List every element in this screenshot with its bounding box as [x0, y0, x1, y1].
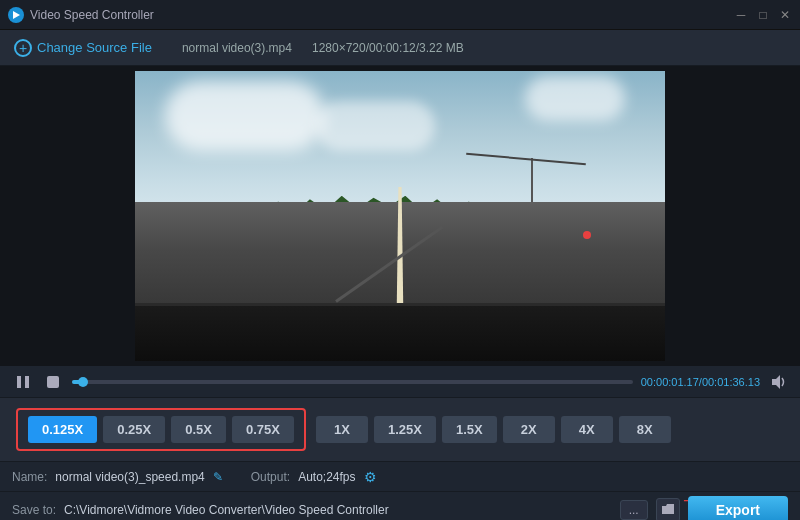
maximize-button[interactable]: □: [756, 8, 770, 22]
window-controls: ─ □ ✕: [734, 8, 792, 22]
red-dot: [583, 231, 591, 239]
output-label: Output:: [251, 470, 290, 484]
dashboard: [135, 303, 665, 361]
volume-button[interactable]: [768, 372, 788, 392]
save-bar: Save to: C:\Vidmore\Vidmore Video Conver…: [0, 492, 800, 520]
stop-button[interactable]: [42, 371, 64, 393]
file-meta: 1280×720/00:00:12/3.22 MB: [312, 41, 464, 55]
progress-thumb: [78, 377, 88, 387]
slow-speed-group: 0.125X 0.25X 0.5X 0.75X: [16, 408, 306, 451]
change-source-button[interactable]: + Change Source File: [14, 39, 152, 57]
speed-15-button[interactable]: 1.5X: [442, 416, 497, 443]
app-title: Video Speed Controller: [30, 8, 734, 22]
close-button[interactable]: ✕: [778, 8, 792, 22]
file-name: normal video(3).mp4: [182, 41, 292, 55]
save-path: C:\Vidmore\Vidmore Video Converter\Video…: [64, 503, 612, 517]
speed-025-button[interactable]: 0.25X: [103, 416, 165, 443]
cloud-1: [165, 81, 325, 151]
save-label: Save to:: [12, 503, 56, 517]
output-value: Auto;24fps: [298, 470, 355, 484]
name-value: normal video(3)_speed.mp4: [55, 470, 204, 484]
video-thumbnail[interactable]: [135, 71, 665, 361]
folder-button[interactable]: [656, 498, 680, 520]
speed-2x-button[interactable]: 2X: [503, 416, 555, 443]
edit-name-button[interactable]: ✎: [213, 470, 223, 484]
video-area: [0, 66, 800, 366]
speed-controls: 0.125X 0.25X 0.5X 0.75X 1X 1.25X 1.5X 2X…: [0, 398, 800, 462]
speed-125-button[interactable]: 1.25X: [374, 416, 436, 443]
cloud-2: [315, 101, 435, 151]
export-button[interactable]: Export: [688, 496, 788, 520]
svg-marker-0: [13, 11, 20, 19]
svg-marker-4: [772, 375, 780, 389]
svg-rect-1: [17, 376, 21, 388]
svg-rect-3: [47, 376, 59, 388]
speed-0125-button[interactable]: 0.125X: [28, 416, 97, 443]
title-bar: Video Speed Controller ─ □ ✕: [0, 0, 800, 30]
cloud-3: [525, 76, 625, 121]
progress-bar[interactable]: [72, 380, 633, 384]
play-button[interactable]: [12, 371, 34, 393]
speed-1x-button[interactable]: 1X: [316, 416, 368, 443]
fast-speed-group: 1X 1.25X 1.5X 2X 4X 8X: [312, 410, 675, 449]
speed-075-button[interactable]: 0.75X: [232, 416, 294, 443]
time-display: 00:00:01.17/00:01:36.13: [641, 376, 760, 388]
speed-4x-button[interactable]: 4X: [561, 416, 613, 443]
change-source-label: Change Source File: [37, 40, 152, 55]
svg-rect-2: [25, 376, 29, 388]
minimize-button[interactable]: ─: [734, 8, 748, 22]
plus-icon: +: [14, 39, 32, 57]
speed-8x-button[interactable]: 8X: [619, 416, 671, 443]
speed-05-button[interactable]: 0.5X: [171, 416, 226, 443]
app-icon: [8, 7, 24, 23]
output-settings-button[interactable]: ⚙: [364, 469, 377, 485]
more-button[interactable]: ...: [620, 500, 648, 520]
playback-controls: 00:00:01.17/00:01:36.13: [0, 366, 800, 398]
name-label: Name:: [12, 470, 47, 484]
toolbar: + Change Source File normal video(3).mp4…: [0, 30, 800, 66]
